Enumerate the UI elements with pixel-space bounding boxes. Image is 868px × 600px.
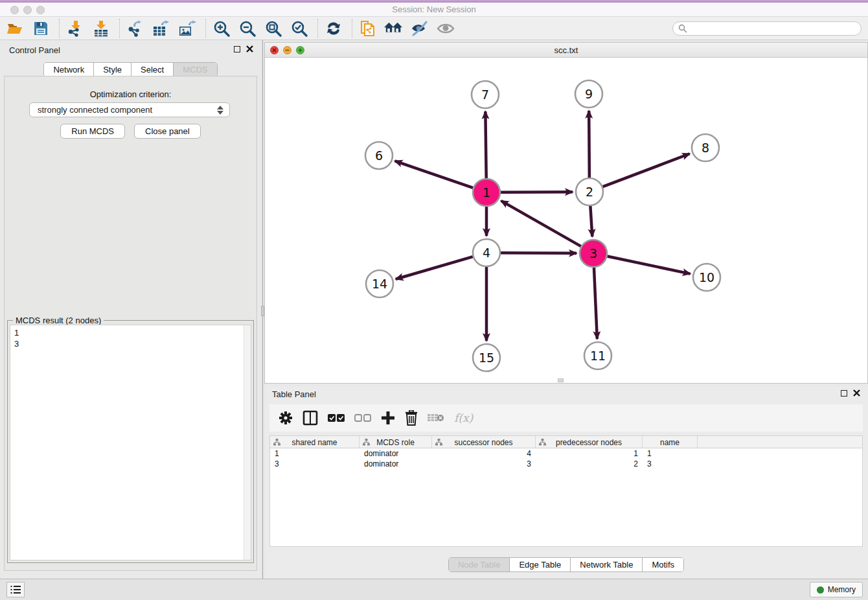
graph-node-4[interactable]: 4 [473, 239, 500, 266]
table-tab-network-table[interactable]: Network Table [571, 558, 643, 571]
tab-network[interactable]: Network [44, 63, 94, 76]
function-builder-button[interactable]: f(x) [454, 408, 473, 428]
table-cell: 1 [270, 448, 360, 459]
svg-text:9: 9 [585, 87, 593, 101]
tab-style[interactable]: Style [94, 63, 131, 76]
float-table-panel-icon[interactable] [841, 390, 847, 397]
edge-3-1[interactable] [501, 201, 581, 246]
tab-mcds[interactable]: MCDS [174, 63, 216, 76]
edge-1-2[interactable] [501, 192, 573, 192]
table-toolbar: f(x) [269, 404, 863, 432]
delete-row-button[interactable] [405, 408, 418, 428]
search-field[interactable] [672, 21, 862, 36]
edge-2-9[interactable] [589, 111, 589, 178]
svg-text:10: 10 [699, 270, 714, 284]
table-cell: dominator [360, 448, 432, 459]
graph-node-2[interactable]: 2 [576, 178, 603, 205]
graph-node-10[interactable]: 10 [693, 264, 720, 291]
delete-table-button[interactable] [428, 408, 444, 428]
export-table-button[interactable] [152, 19, 171, 38]
apply-layout-button[interactable] [324, 19, 343, 38]
graph-node-11[interactable]: 11 [584, 342, 611, 369]
edge-2-3[interactable] [590, 206, 592, 237]
column-header-predecessor-nodes[interactable]: predecessor nodes [536, 436, 643, 448]
graph-node-15[interactable]: 15 [473, 344, 500, 371]
network-canvas[interactable]: 7968124314101511 [265, 58, 867, 383]
table-row[interactable]: 3dominator323 [270, 459, 862, 469]
search-input[interactable] [687, 24, 849, 33]
memory-label: Memory [828, 585, 856, 594]
column-header-MCDS-role[interactable]: MCDS role [360, 436, 432, 448]
close-panel-button[interactable]: Close panel [134, 124, 201, 139]
svg-text:1: 1 [483, 185, 490, 200]
import-network-button[interactable] [65, 19, 85, 38]
refresh-icon [325, 20, 342, 37]
close-panel-icon[interactable] [246, 45, 253, 52]
column-header-successor-nodes[interactable]: successor nodes [432, 436, 536, 448]
network-window-titlebar[interactable]: scc.txt [265, 43, 867, 58]
tab-select[interactable]: Select [131, 63, 174, 76]
svg-text:8: 8 [702, 141, 709, 155]
float-panel-icon[interactable] [234, 46, 240, 52]
edge-1-7[interactable] [485, 111, 486, 178]
delete-table-icon [428, 413, 444, 423]
table-tab-motifs[interactable]: Motifs [643, 558, 683, 571]
zoom-out-button[interactable] [238, 19, 257, 38]
svg-text:11: 11 [590, 349, 606, 363]
column-settings-button[interactable] [279, 408, 293, 428]
mcds-result-list[interactable]: 13 [10, 325, 251, 560]
gear-icon [279, 411, 293, 425]
svg-text:15: 15 [479, 351, 494, 365]
node-table[interactable]: shared nameMCDS rolesuccessor nodesprede… [269, 435, 863, 547]
edge-4-3[interactable] [501, 253, 577, 253]
save-disk-icon [33, 21, 49, 36]
zoom-in-button[interactable] [212, 19, 231, 38]
close-table-panel-icon[interactable] [853, 389, 860, 397]
zoom-fit-button[interactable] [264, 19, 283, 38]
columns-icon [303, 410, 318, 426]
table-tab-edge-table[interactable]: Edge Table [510, 558, 571, 571]
graph-node-1[interactable]: 1 [473, 179, 500, 206]
zoom-selected-button[interactable] [290, 19, 309, 38]
add-row-button[interactable] [381, 408, 395, 428]
result-scrollbar[interactable] [244, 325, 251, 560]
column-header-shared-name[interactable]: shared name [270, 436, 360, 448]
canvas-scroll-grip[interactable] [558, 378, 564, 382]
window-title: Session: New Session [0, 3, 868, 17]
graph-node-8[interactable]: 8 [692, 134, 719, 161]
graph-node-3[interactable]: 3 [580, 240, 607, 267]
edge-1-6[interactable] [395, 161, 474, 187]
select-all-columns-button[interactable] [328, 408, 345, 428]
column-header-name[interactable]: name [643, 436, 698, 448]
graph-node-6[interactable]: 6 [365, 142, 393, 169]
hide-graphics-details-button[interactable] [410, 19, 429, 38]
run-mcds-button[interactable]: Run MCDS [60, 124, 125, 139]
table-tab-node-table[interactable]: Node Table [449, 558, 510, 571]
export-image-button[interactable] [177, 19, 197, 38]
export-network-button[interactable] [126, 19, 145, 38]
task-history-button[interactable] [6, 582, 25, 597]
save-session-button[interactable] [31, 19, 51, 38]
import-table-button[interactable] [91, 19, 111, 38]
graph-node-7[interactable]: 7 [472, 81, 499, 108]
edge-3-10[interactable] [608, 257, 691, 274]
unselect-all-columns-button[interactable] [354, 408, 371, 428]
graph-node-14[interactable]: 14 [366, 270, 393, 297]
graph-node-9[interactable]: 9 [575, 80, 602, 108]
show-graphics-details-button[interactable] [436, 19, 455, 38]
edge-2-8[interactable] [603, 154, 690, 187]
edge-3-11[interactable] [594, 268, 597, 339]
memory-button[interactable]: Memory [810, 582, 863, 597]
show-column-button[interactable] [303, 408, 318, 428]
table-panel-title: Table Panel [272, 389, 316, 399]
criterion-selected-value: strongly connected component [38, 105, 152, 115]
open-folder-icon [6, 20, 23, 37]
open-session-button[interactable] [5, 19, 25, 38]
welcome-screen-button[interactable] [384, 19, 404, 38]
document-network-icon [360, 19, 376, 38]
table-row[interactable]: 1dominator411 [270, 448, 862, 459]
edge-4-14[interactable] [396, 257, 473, 279]
new-network-from-selection-button[interactable] [358, 19, 378, 38]
criterion-select[interactable]: strongly connected component [29, 102, 230, 117]
status-bar: Memory [0, 579, 868, 600]
